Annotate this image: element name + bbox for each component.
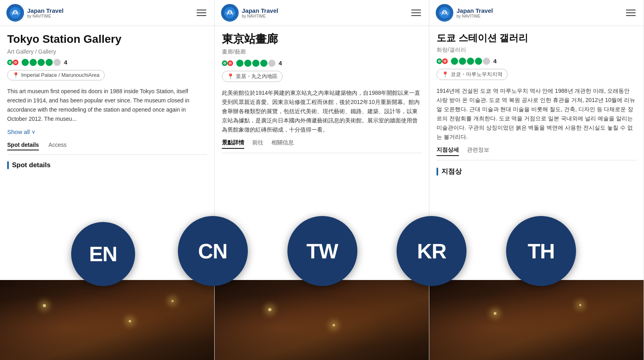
star-tw-1 xyxy=(236,60,243,67)
tripadvisor-icon-tw xyxy=(222,60,233,67)
location-badge-tw[interactable]: 📍 皇居・丸之內地區 xyxy=(222,71,283,82)
bubble-cn[interactable]: CN xyxy=(178,216,248,286)
bubble-kr[interactable]: KR xyxy=(397,216,467,286)
tab-spot-details-kr[interactable]: 지점상세 xyxy=(437,146,459,156)
description-en: This art museum first opened its doors i… xyxy=(7,87,207,124)
light-dot-2 xyxy=(129,320,131,322)
description-kr: 1914년에 건설된 도쿄 역 마루노우치 역사 안에 1988년 개관한 이래… xyxy=(437,86,636,142)
header-en: Japan Travel by NAVITIME xyxy=(0,0,214,26)
section-bar-en xyxy=(7,161,9,169)
star-kr-4 xyxy=(475,58,482,65)
image-strip-en xyxy=(0,280,214,360)
star-tw-5 xyxy=(268,60,275,67)
app-name-kr: Japan Travel xyxy=(457,7,493,14)
show-all-label-en: Show all xyxy=(7,128,30,135)
logo-en: Japan Travel by NAVITIME xyxy=(6,4,64,22)
light-dot-kr-1 xyxy=(494,312,496,315)
section-title-kr: 지점상 xyxy=(441,167,462,176)
rating-row-tw: 4 xyxy=(222,60,422,67)
section-title-en: Spot details xyxy=(12,161,50,169)
image-bg-en xyxy=(0,280,214,360)
svg-point-14 xyxy=(224,62,225,64)
page-title-kr: 도쿄 스테이션 갤러리 xyxy=(437,32,636,44)
bubble-en[interactable]: EN xyxy=(71,222,135,286)
star-tw-4 xyxy=(260,60,267,67)
subtitle-kr: 화랑/갤러리 xyxy=(437,46,636,54)
location-text-tw: 皇居・丸之內地區 xyxy=(236,73,277,80)
rating-row-en: 4 xyxy=(7,59,207,66)
rating-num-en: 4 xyxy=(64,59,67,66)
header-tw: Japan Travel by NAVITIME xyxy=(215,0,429,26)
image-strip-tw xyxy=(215,280,429,360)
star-kr-3 xyxy=(467,58,474,65)
svg-point-10 xyxy=(224,7,235,18)
logo-tw: Japan Travel by NAVITIME xyxy=(221,4,278,22)
section-header-kr: 지점상 xyxy=(437,167,636,176)
show-all-en[interactable]: Show all ∨ xyxy=(7,128,207,135)
tab-related-kr[interactable]: 관련정보 xyxy=(467,146,489,156)
tab-spot-details-tw[interactable]: 景點詳情 xyxy=(222,139,244,149)
panel-en: Japan Travel by NAVITIME Tokyo Station G… xyxy=(0,0,215,360)
bubble-tw[interactable]: TW xyxy=(287,216,357,286)
light-dot-kr-2 xyxy=(579,304,581,306)
image-bg-tw xyxy=(215,280,429,360)
app-byline-tw: by NAVITIME xyxy=(242,14,278,18)
panel-kr: Japan Travel by NAVITIME 도쿄 스테이션 갤러리 화랑/… xyxy=(429,0,644,360)
tab-related-tw[interactable]: 相關信息 xyxy=(271,139,294,149)
section-header-en: Spot details xyxy=(7,161,207,169)
svg-point-1 xyxy=(9,7,21,18)
image-bg-kr xyxy=(429,280,644,360)
description-tw: 此美術館位於1914年興建的東京站丸之內車站建築物內，自1988年開館以來一直受… xyxy=(222,88,422,134)
app-name-tw: Japan Travel xyxy=(242,7,278,14)
page-title-en: Tokyo Station Gallery xyxy=(7,32,207,46)
rating-row-kr: 4 xyxy=(437,58,636,65)
star-tw-2 xyxy=(244,60,251,67)
panel-tw: Japan Travel by NAVITIME 東京站畫廊 畫廊/藝廊 xyxy=(215,0,429,360)
tab-access-tw[interactable]: 前往 xyxy=(252,139,263,149)
bubble-en-label: EN xyxy=(89,242,117,266)
app-byline-en: by NAVITIME xyxy=(27,14,64,18)
location-icon-kr: 📍 xyxy=(442,71,449,78)
star-kr-2 xyxy=(459,58,466,65)
logo-text-en: Japan Travel by NAVITIME xyxy=(27,7,64,18)
stars-kr xyxy=(451,58,490,65)
tabs-tw: 景點詳情 前往 相關信息 xyxy=(222,139,422,153)
stars-tw xyxy=(236,60,275,67)
panels-container: Japan Travel by NAVITIME Tokyo Station G… xyxy=(0,0,644,360)
location-badge-kr[interactable]: 📍 코쿄・마루노우치지역 xyxy=(437,69,508,80)
hamburger-menu-en[interactable] xyxy=(195,8,208,18)
subtitle-en: Art Gallery / Gallery xyxy=(7,48,207,55)
bubble-th-label: TH xyxy=(528,239,554,263)
hamburger-menu-kr[interactable] xyxy=(624,8,637,18)
tab-access-en[interactable]: Access xyxy=(48,142,66,150)
location-badge-en[interactable]: 📍 Imperial Palace / MarunouchiArea xyxy=(7,70,105,80)
light-dot-tw-2 xyxy=(333,324,335,326)
svg-point-19 xyxy=(439,7,450,18)
location-text-kr: 코쿄・마루노우치지역 xyxy=(451,71,502,78)
star-3 xyxy=(38,59,45,66)
page-title-tw: 東京站畫廊 xyxy=(222,32,422,46)
logo-icon-tw xyxy=(221,4,239,22)
light-dot-3 xyxy=(171,300,173,302)
location-text-en: Imperial Palace / MarunouchiArea xyxy=(21,72,100,78)
hamburger-menu-tw[interactable] xyxy=(410,8,423,18)
chevron-down-icon-en: ∨ xyxy=(32,129,36,135)
bubble-tw-label: TW xyxy=(307,239,338,263)
svg-point-5 xyxy=(10,62,11,63)
tripadvisor-icon-en xyxy=(7,59,18,66)
logo-kr: Japan Travel by NAVITIME xyxy=(436,4,493,22)
svg-point-17 xyxy=(230,62,231,64)
star-2 xyxy=(30,59,37,66)
bubble-th[interactable]: TH xyxy=(506,216,576,286)
tab-spot-details-en[interactable]: Spot details xyxy=(7,142,39,150)
tripadvisor-icon-kr xyxy=(437,58,448,65)
star-kr-5 xyxy=(483,58,490,65)
logo-text-tw: Japan Travel by NAVITIME xyxy=(242,7,278,18)
app-byline-kr: by NAVITIME xyxy=(457,14,493,18)
tabs-kr: 지점상세 관련정보 xyxy=(437,146,636,160)
tabs-en: Spot details Access xyxy=(7,142,207,155)
light-dot-tw-1 xyxy=(268,308,271,311)
light-dot-1 xyxy=(43,304,46,307)
svg-point-23 xyxy=(439,60,440,62)
subtitle-tw: 畫廊/藝廊 xyxy=(222,48,422,56)
